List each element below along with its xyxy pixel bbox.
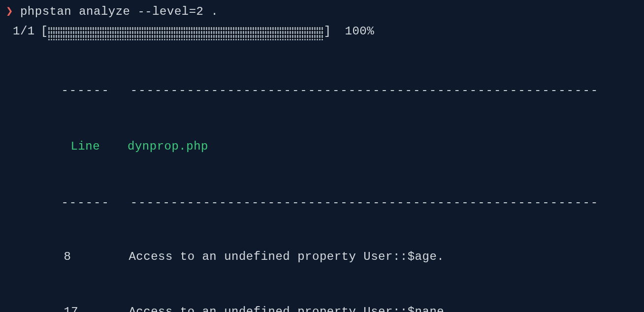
table-row: 17Access to an undefined property User::…	[13, 284, 638, 312]
row-message: Access to an undefined property User::$n…	[129, 303, 451, 312]
progress-count: 1/1	[13, 23, 35, 40]
bracket-close: ]	[324, 23, 331, 40]
command-text: phpstan analyze --level=2 .	[20, 3, 218, 21]
error-table: ----------------------------------------…	[6, 64, 638, 312]
divider-top: ----------------------------------------…	[13, 64, 638, 117]
command-line[interactable]: ❯ phpstan analyze --level=2 .	[6, 3, 638, 21]
progress-bar: [ ]	[41, 23, 331, 40]
prompt-symbol: ❯	[6, 3, 13, 21]
bracket-open: [	[41, 23, 48, 40]
table-header: Linedynprop.php	[13, 117, 638, 176]
row-message: Access to an undefined property User::$a…	[129, 248, 444, 266]
progress-line: 1/1 [ ] 100%	[6, 23, 638, 40]
header-line: Line	[70, 138, 100, 156]
progress-percent: 100%	[345, 23, 375, 40]
terminal-output: ❯ phpstan analyze --level=2 . 1/1 [ ] 10…	[0, 0, 644, 312]
row-line-number: 17	[64, 303, 118, 312]
table-row: 8Access to an undefined property User::$…	[13, 229, 638, 284]
progress-fill	[48, 27, 324, 40]
divider-mid: ----------------------------------------…	[13, 176, 638, 229]
row-line-number: 8	[64, 248, 118, 266]
header-file: dynprop.php	[128, 138, 208, 156]
